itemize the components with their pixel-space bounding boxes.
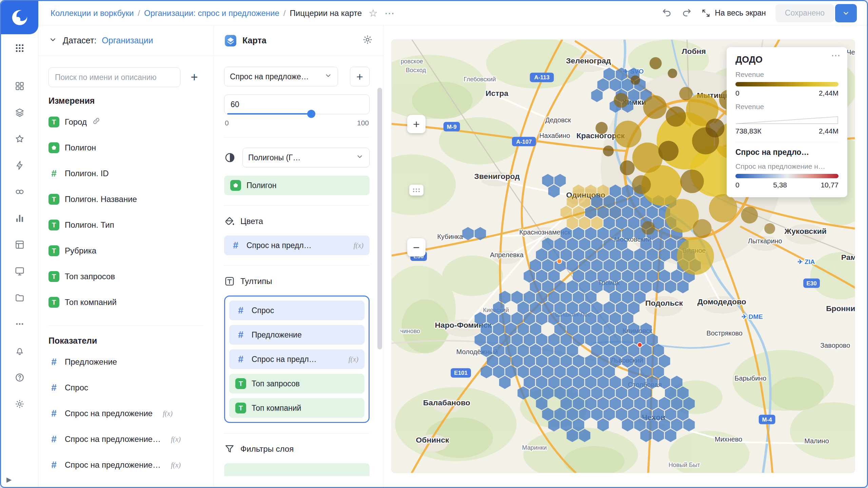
- layer-filters-title: Фильтры слоя: [240, 444, 294, 454]
- measure-field-item[interactable]: #Спрос: [48, 375, 203, 401]
- opacity-min: 0: [225, 119, 229, 127]
- divider: [48, 325, 203, 326]
- revenue-bubble: [595, 122, 608, 134]
- tooltip-field-chip[interactable]: #Спрос: [229, 301, 364, 320]
- measure-field-item[interactable]: #Спрос на предложение…f(x): [48, 452, 203, 478]
- dimension-field-item[interactable]: TТоп компаний: [48, 289, 203, 315]
- sidebar-item-storage-icon[interactable]: [9, 288, 31, 307]
- dimension-field-item[interactable]: TПолигон. Название: [48, 186, 203, 212]
- divider: [224, 265, 370, 266]
- scrollbar-thumb[interactable]: [377, 88, 382, 349]
- sidebar-item-monitor-icon[interactable]: [9, 261, 31, 281]
- save-split-button: Сохранено: [775, 4, 857, 22]
- save-dropdown-button[interactable]: [835, 4, 857, 22]
- geopolygon-field-chip[interactable]: Полигон: [224, 176, 370, 195]
- dimension-field-item[interactable]: TРубрика: [48, 238, 203, 264]
- opacity-slider-track[interactable]: [227, 113, 311, 115]
- tooltip-field-chip[interactable]: #Предложение: [229, 325, 364, 345]
- divider: [224, 137, 370, 138]
- sidebar-item-flash-icon[interactable]: [9, 156, 31, 175]
- undo-button[interactable]: [662, 7, 672, 19]
- hash-icon: #: [235, 354, 246, 365]
- more-options-icon[interactable]: ⋯: [384, 8, 395, 18]
- dataset-link[interactable]: Организации: [102, 36, 153, 45]
- map-label: Дедовск: [545, 116, 571, 124]
- dimension-field-item[interactable]: TПолигон. Тип: [48, 212, 203, 238]
- map-canvas[interactable]: ЗеленоградЛобняПушкиноЧерМытищиХимкиКрас…: [392, 40, 855, 473]
- field-label: Топ компаний: [65, 298, 117, 307]
- saved-button[interactable]: Сохранено: [775, 4, 834, 22]
- legend-size-range: 738,83К 2,44M: [735, 127, 839, 135]
- dataset-panel-header[interactable]: Датасет: Организации: [38, 25, 214, 56]
- sidebar-item-bell-icon[interactable]: [9, 341, 31, 361]
- map-label: Рам: [841, 253, 855, 262]
- legend-demand-mid: 5,38: [773, 181, 787, 189]
- legend-demand-max: 10,77: [821, 181, 839, 189]
- zoom-slider-handle[interactable]: [409, 185, 423, 196]
- measure-field-item[interactable]: #Спрос на предложениеf(x): [48, 401, 203, 426]
- collapse-sidebar-button[interactable]: ▶: [6, 476, 12, 483]
- sidebar-item-more-icon[interactable]: [9, 314, 31, 334]
- tooltip-field-chip[interactable]: TТоп запросов: [229, 374, 364, 393]
- sidebar-item-help-icon[interactable]: [9, 368, 31, 387]
- measure-field-item[interactable]: #Спрос на предложение…f(x): [48, 426, 203, 452]
- layer-filter-field-chip[interactable]: [224, 463, 370, 476]
- sidebar-item-tables-icon[interactable]: [9, 235, 31, 255]
- sidebar-item-settings-icon[interactable]: [9, 394, 31, 414]
- sidebar-item-widgets-icon[interactable]: [9, 76, 31, 96]
- text-field-icon: T: [48, 271, 59, 282]
- zoom-out-button[interactable]: −: [407, 238, 426, 257]
- dimension-field-item[interactable]: #Полигон. ID: [48, 161, 203, 186]
- scrollbar-track[interactable]: [377, 59, 382, 483]
- content-area: Датасет: Организации + Измерения TГородП…: [38, 25, 867, 487]
- geotype-row: Полигоны (Г…: [224, 148, 370, 167]
- favorite-star-icon[interactable]: ☆: [369, 8, 378, 18]
- breadcrumb-item[interactable]: Организации: спрос и предложение: [144, 8, 279, 18]
- add-field-button[interactable]: +: [185, 68, 203, 86]
- text-field-icon: T: [48, 117, 59, 127]
- fullscreen-button[interactable]: На весь экран: [701, 8, 766, 18]
- add-layer-button[interactable]: +: [350, 67, 370, 86]
- app-logo[interactable]: [1, 1, 38, 34]
- field-label: Спрос на предложение…: [65, 460, 161, 470]
- tooltip-field-chip[interactable]: TТоп компаний: [229, 398, 364, 418]
- sidebar-item-connections-icon[interactable]: [9, 182, 31, 202]
- opacity-slider-handle[interactable]: [307, 110, 315, 118]
- map-label: Восход: [406, 67, 426, 74]
- revenue-bubble: [658, 141, 679, 161]
- chip-label: Полигон: [246, 181, 276, 190]
- measure-field-item[interactable]: #Предложение: [48, 349, 203, 375]
- legend-more-icon[interactable]: ⋯: [831, 50, 841, 61]
- apps-grid-icon[interactable]: [9, 38, 31, 58]
- opacity-control[interactable]: 60: [224, 95, 370, 114]
- breadcrumb-separator: /: [283, 8, 286, 18]
- sidebar-item-charts-icon[interactable]: [9, 208, 31, 228]
- sidebar-item-collections-icon[interactable]: [9, 103, 31, 122]
- topbar: Коллекции и воркбуки/Организации: спрос …: [38, 1, 867, 25]
- dimension-field-item[interactable]: Полигон: [48, 135, 203, 161]
- breadcrumb-separator: /: [138, 8, 140, 18]
- tooltip-field-chip[interactable]: #Спрос на предл…f(x): [229, 349, 364, 369]
- map-label: Лыткарино: [748, 237, 782, 245]
- chart-settings-gear-icon[interactable]: [362, 34, 373, 47]
- search-input[interactable]: [48, 67, 180, 87]
- geotype-select[interactable]: Полигоны (Г…: [242, 148, 370, 167]
- redo-button[interactable]: [682, 7, 692, 19]
- dimension-field-item[interactable]: TГород: [48, 109, 203, 135]
- colors-field-chip[interactable]: # Спрос на предл… f(x): [224, 236, 370, 255]
- divider: [735, 142, 839, 142]
- sidebar-item-favorites-icon[interactable]: [9, 129, 31, 149]
- zoom-in-button[interactable]: +: [407, 115, 426, 133]
- legend-revenue-min: 0: [735, 89, 739, 97]
- dimension-field-item[interactable]: TТоп запросов: [48, 264, 203, 289]
- legend-title: ДОДО: [735, 55, 839, 65]
- field-label: Город: [65, 117, 87, 127]
- chart-settings-panel: Карта Спрос на предложе… + 60: [214, 25, 383, 487]
- formula-icon: f(x): [171, 461, 181, 469]
- dataset-panel: Датасет: Организации + Измерения TГородП…: [38, 25, 214, 487]
- layer-select[interactable]: Спрос на предложе…: [224, 67, 338, 86]
- breadcrumb-item[interactable]: Коллекции и воркбуки: [51, 8, 134, 18]
- hash-icon: #: [235, 305, 246, 316]
- sidebar-footer: ▶: [1, 475, 38, 487]
- map-chart-icon: [224, 34, 237, 47]
